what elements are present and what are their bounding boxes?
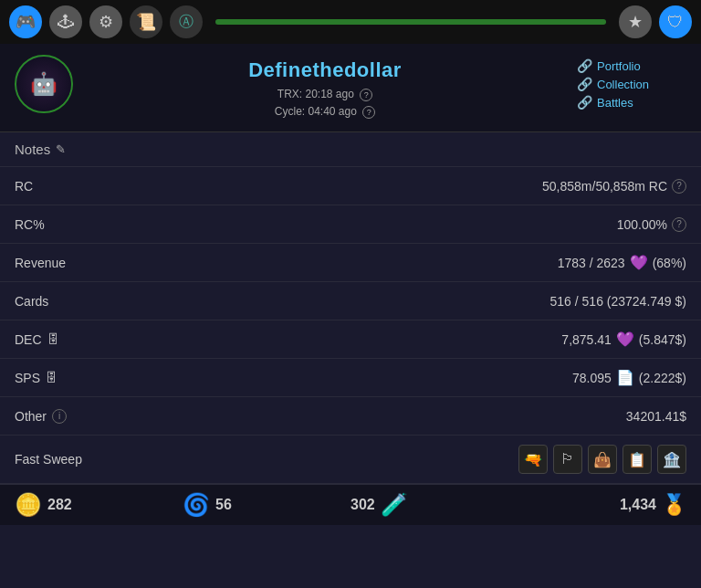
bottom-bar: 🪙 282 🌀 56 302 🧪 1,434 🏅 — [0, 484, 701, 525]
top-nav: 🎮 🕹 ⚙ 📜 Ⓐ ★ 🛡 — [0, 0, 701, 44]
bottom-stat-gold: 🪙 282 — [15, 492, 183, 518]
username: Definethedollar — [73, 58, 577, 82]
bottom-stat-medal: 1,434 🏅 — [518, 493, 686, 517]
other-value: 34201.41$ — [626, 409, 686, 424]
sweep-icon-5[interactable]: 🏦 — [657, 445, 686, 474]
dec-label: DEC 🗄 — [15, 332, 59, 347]
dec-gem-icon: 💜 — [616, 331, 634, 348]
sps-value: 78.095 📄 (2.222$) — [572, 369, 686, 386]
bottom-stat-potion: 302 🧪 — [350, 492, 518, 518]
profile-center: Definethedollar TRX: 20:18 ago ? Cycle: … — [73, 55, 577, 121]
cards-label: Cards — [15, 294, 48, 309]
notes-edit-icon[interactable]: ✎ — [56, 142, 66, 156]
avatar-inner: 🤖 — [16, 57, 71, 111]
nav-right: ★ 🛡 — [619, 5, 692, 38]
medal-value: 1,434 — [620, 497, 656, 513]
revenue-label: Revenue — [15, 256, 66, 270]
collection-link[interactable]: 🔗 Collection — [577, 77, 649, 91]
nav-icon-star[interactable]: ★ — [619, 5, 652, 38]
notes-row: Notes ✎ — [0, 132, 701, 167]
cards-row: Cards 516 / 516 (23724.749 $) — [0, 282, 701, 320]
other-row: Other i 34201.41$ — [0, 397, 701, 436]
battles-link-icon: 🔗 — [577, 95, 592, 110]
rc-label: RC — [15, 179, 33, 194]
sps-badge: (2.222$) — [639, 371, 686, 385]
rc-row: RC 50,858m/50,858m RC ? — [0, 167, 701, 205]
nav-icon-controller[interactable]: 🕹 — [49, 5, 82, 38]
rc-question-icon[interactable]: ? — [672, 179, 686, 194]
portfolio-link-icon: 🔗 — [577, 58, 592, 73]
swirl-value: 56 — [215, 497, 232, 513]
portfolio-link-label: Portfolio — [597, 59, 641, 73]
nav-progress-bar — [215, 19, 606, 25]
rc-value: 50,858m/50,858m RC ? — [542, 179, 686, 194]
sweep-icon-2[interactable]: 🏳 — [553, 445, 582, 474]
collection-link-icon: 🔗 — [577, 77, 592, 91]
rc-percent-row: RC% 100.00% ? — [0, 205, 701, 244]
potion-icon: 🧪 — [381, 492, 408, 518]
rc-percent-question-icon[interactable]: ? — [672, 217, 686, 232]
sps-text: SPS — [15, 371, 40, 385]
rc-percent-label: RC% — [15, 217, 45, 232]
dec-wallet-icon[interactable]: 🗄 — [47, 332, 59, 346]
rc-percent-value: 100.00% ? — [617, 217, 686, 232]
gold-potion-icon: 🪙 — [15, 492, 42, 518]
medal-icon: 🏅 — [662, 493, 686, 517]
dec-badge: (5.847$) — [639, 332, 686, 347]
revenue-value: 1783 / 2623 💜 (68%) — [558, 254, 686, 271]
sps-token-icon: 📄 — [616, 369, 634, 386]
cycle-info-icon[interactable]: ? — [362, 106, 375, 119]
profile-links: 🔗 Portfolio 🔗 Collection 🔗 Battles — [577, 55, 686, 110]
rc-value-text: 50,858m/50,858m RC — [542, 179, 667, 194]
nav-icon-shield[interactable]: 🛡 — [659, 5, 692, 38]
dec-row: DEC 🗄 7,875.41 💜 (5.847$) — [0, 320, 701, 359]
sps-value-text: 78.095 — [572, 371, 612, 385]
collection-link-label: Collection — [597, 78, 649, 91]
cards-value: 516 / 516 (23724.749 $) — [550, 294, 686, 309]
fast-sweep-label: Fast Sweep — [15, 452, 82, 467]
revenue-gem-icon: 💜 — [630, 254, 648, 271]
fast-sweep-row: Fast Sweep 🔫 🏳 👜 📋 🏦 — [0, 436, 701, 484]
profile-section: 🤖 Definethedollar TRX: 20:18 ago ? Cycle… — [0, 44, 701, 132]
nav-icon-scroll[interactable]: 📜 — [130, 5, 162, 38]
swirl-icon: 🌀 — [183, 492, 210, 518]
bottom-stat-swirl: 🌀 56 — [183, 492, 350, 518]
gold-potion-value: 282 — [47, 497, 72, 513]
sweep-icons: 🔫 🏳 👜 📋 🏦 — [518, 445, 686, 474]
revenue-row: Revenue 1783 / 2623 💜 (68%) — [0, 244, 701, 282]
dec-value-text: 7,875.41 — [561, 332, 612, 347]
dec-value: 7,875.41 💜 (5.847$) — [561, 331, 686, 348]
dec-text: DEC — [15, 332, 42, 347]
profile-trx: TRX: 20:18 ago ? Cycle: 04:40 ago ? — [73, 86, 577, 121]
revenue-value-text: 1783 / 2623 — [558, 256, 625, 270]
notes-label: Notes — [15, 142, 50, 157]
sweep-icon-3[interactable]: 👜 — [588, 445, 617, 474]
battles-link-label: Battles — [597, 96, 633, 110]
potion-count: 302 — [350, 497, 375, 513]
revenue-badge: (68%) — [653, 256, 686, 270]
sps-label: SPS 🗄 — [15, 371, 58, 385]
nav-icon-settings[interactable]: ⚙ — [89, 5, 122, 38]
sweep-icon-1[interactable]: 🔫 — [518, 445, 548, 474]
portfolio-link[interactable]: 🔗 Portfolio — [577, 58, 641, 73]
other-info-icon[interactable]: i — [52, 409, 67, 424]
sweep-icon-4[interactable]: 📋 — [623, 445, 652, 474]
cards-value-text: 516 / 516 (23724.749 $) — [550, 294, 686, 309]
other-label: Other i — [15, 409, 67, 424]
rc-percent-value-text: 100.00% — [617, 217, 667, 232]
trx-info-icon[interactable]: ? — [360, 89, 372, 101]
nav-icon-game[interactable]: 🎮 — [9, 5, 42, 38]
avatar: 🤖 — [15, 55, 73, 113]
other-text: Other — [15, 409, 47, 424]
sps-wallet-icon[interactable]: 🗄 — [46, 371, 58, 384]
nav-icon-token[interactable]: Ⓐ — [170, 5, 203, 38]
sps-row: SPS 🗄 78.095 📄 (2.222$) — [0, 359, 701, 397]
other-value-text: 34201.41$ — [626, 409, 686, 424]
battles-link[interactable]: 🔗 Battles — [577, 95, 633, 110]
